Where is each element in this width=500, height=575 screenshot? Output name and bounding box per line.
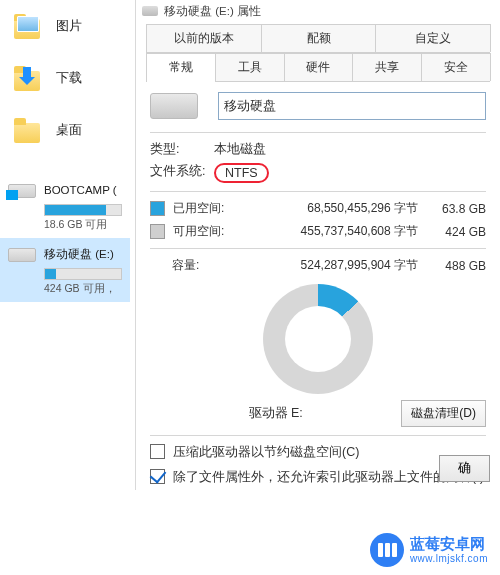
type-label: 类型: bbox=[150, 141, 214, 158]
used-swatch-icon bbox=[150, 201, 165, 216]
explorer-sidebar: 图片 下载 桌面 BOOTCAMP ( 18.6 GB 可用 移动硬盘 (E:)… bbox=[0, 0, 130, 490]
downloads-folder-icon bbox=[14, 65, 44, 91]
separator bbox=[150, 248, 486, 249]
properties-dialog: 移动硬盘 (E:) 属性 以前的版本 配额 自定义 常规 工具 硬件 共享 安全… bbox=[135, 0, 500, 490]
drive-subtext: 18.6 GB 可用 bbox=[44, 218, 122, 232]
free-gb: 424 GB bbox=[424, 225, 486, 239]
drive-usage-bar bbox=[44, 204, 122, 216]
space-summary: 已用空间: 68,550,455,296 字节 63.8 GB 可用空间: 45… bbox=[150, 200, 486, 274]
watermark-url: www.lmjskf.com bbox=[410, 553, 488, 564]
used-bytes: 68,550,455,296 字节 bbox=[237, 200, 424, 217]
dialog-titlebar: 移动硬盘 (E:) 属性 bbox=[136, 0, 500, 22]
drive-item-bootcamp[interactable]: BOOTCAMP ( 18.6 GB 可用 bbox=[0, 174, 130, 238]
usage-donut-chart bbox=[263, 284, 373, 394]
sidebar-label: 下载 bbox=[56, 70, 82, 87]
capacity-gb: 488 GB bbox=[424, 259, 486, 273]
tab-tools[interactable]: 工具 bbox=[215, 53, 285, 81]
free-swatch-icon bbox=[150, 224, 165, 239]
drive-icon bbox=[8, 244, 36, 264]
tab-sharing[interactable]: 共享 bbox=[352, 53, 422, 81]
sidebar-item-pictures[interactable]: 图片 bbox=[14, 6, 130, 46]
tab-general-panel: 移动硬盘 类型:本地磁盘 文件系统:NTFS 已用空间: 68,550,455,… bbox=[136, 82, 500, 486]
tab-security[interactable]: 安全 bbox=[421, 53, 491, 81]
tab-customize[interactable]: 自定义 bbox=[375, 24, 491, 52]
tab-row-bottom: 常规 工具 硬件 共享 安全 bbox=[146, 53, 490, 82]
dialog-button-row: 确 bbox=[136, 449, 500, 490]
free-bytes: 455,737,540,608 字节 bbox=[237, 223, 424, 240]
separator bbox=[150, 435, 486, 436]
drive-name: 移动硬盘 (E:) bbox=[44, 247, 114, 262]
tab-previous-versions[interactable]: 以前的版本 bbox=[146, 24, 262, 52]
tab-row-top: 以前的版本 配额 自定义 bbox=[146, 24, 490, 53]
used-label: 已用空间: bbox=[173, 200, 237, 217]
separator bbox=[150, 132, 486, 133]
filesystem-label: 文件系统: bbox=[150, 163, 214, 183]
drive-large-icon bbox=[150, 93, 198, 119]
tab-general[interactable]: 常规 bbox=[146, 53, 216, 81]
watermark-brand: 蓝莓安卓网 bbox=[410, 536, 488, 553]
pictures-folder-icon bbox=[14, 13, 44, 39]
sidebar-label: 桌面 bbox=[56, 122, 82, 139]
dialog-title: 移动硬盘 (E:) 属性 bbox=[164, 4, 261, 19]
drive-subtext: 424 GB 可用， bbox=[44, 282, 122, 296]
sidebar-label: 图片 bbox=[56, 18, 82, 35]
drive-icon bbox=[8, 180, 36, 200]
sidebar-item-downloads[interactable]: 下载 bbox=[14, 58, 130, 98]
separator bbox=[150, 191, 486, 192]
watermark: 蓝莓安卓网 www.lmjskf.com bbox=[366, 531, 492, 569]
filesystem-value: NTFS bbox=[214, 163, 269, 183]
disk-cleanup-button[interactable]: 磁盘清理(D) bbox=[401, 400, 486, 427]
drive-item-removable[interactable]: 移动硬盘 (E:) 424 GB 可用， bbox=[0, 238, 130, 302]
watermark-logo-icon bbox=[370, 533, 404, 567]
tab-hardware[interactable]: 硬件 bbox=[284, 53, 354, 81]
drive-letter-label: 驱动器 E: bbox=[150, 405, 401, 422]
used-gb: 63.8 GB bbox=[424, 202, 486, 216]
drive-small-icon bbox=[142, 6, 158, 16]
capacity-label: 容量: bbox=[172, 257, 236, 274]
capacity-bytes: 524,287,995,904 字节 bbox=[236, 257, 424, 274]
sidebar-item-desktop[interactable]: 桌面 bbox=[14, 110, 130, 150]
volume-label-input[interactable]: 移动硬盘 bbox=[218, 92, 486, 120]
desktop-folder-icon bbox=[14, 117, 44, 143]
type-value: 本地磁盘 bbox=[214, 141, 266, 158]
drive-usage-bar bbox=[44, 268, 122, 280]
free-label: 可用空间: bbox=[173, 223, 237, 240]
drive-name: BOOTCAMP ( bbox=[44, 184, 117, 196]
ok-button[interactable]: 确 bbox=[439, 455, 490, 482]
drive-list: BOOTCAMP ( 18.6 GB 可用 移动硬盘 (E:) 424 GB 可… bbox=[0, 174, 130, 302]
tab-quota[interactable]: 配额 bbox=[261, 24, 377, 52]
